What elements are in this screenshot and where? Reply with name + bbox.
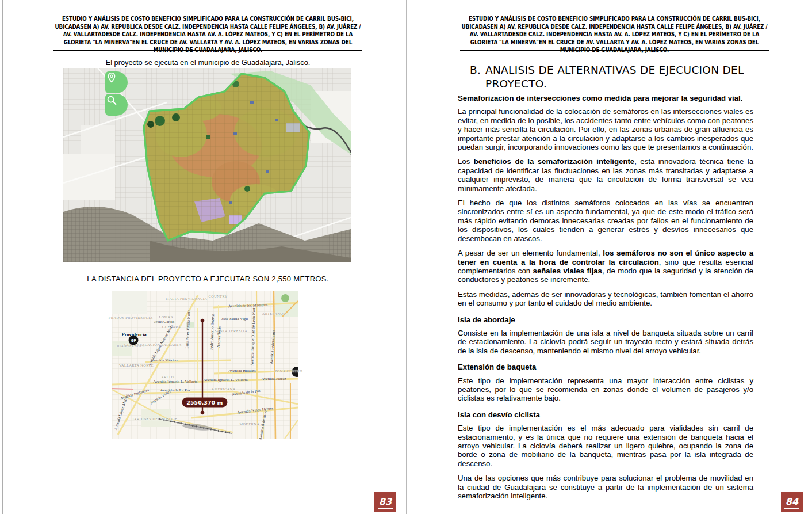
street-label: ARCOS — [161, 375, 174, 379]
paragraph: A pesar de ser un elemento fundamental, … — [458, 249, 753, 284]
street-label: VALLARTA NORTE — [119, 363, 154, 367]
street-label: Avenida de los Maestros — [228, 302, 267, 308]
page-83: ESTUDIO Y ANÁLISIS DE COSTO BENEFICIO SI… — [0, 0, 406, 514]
map1-caption: El proyecto se ejecuta en el municipio d… — [53, 58, 362, 67]
street-label: ZONA CENTRO — [275, 368, 303, 372]
page-number-box: 83 — [374, 492, 396, 512]
paragraph: Estas medidas, además de ser innovadoras… — [458, 290, 753, 308]
map-search-button — [105, 94, 128, 116]
street-label: Agustín Yáñez — [149, 389, 171, 406]
section-heading: Isla de abordaje — [458, 315, 753, 324]
street-label: Avenida López Mateos — [113, 394, 129, 431]
pdf-two-page-spread: { "document": { "header": "ESTUDIO Y ANÁ… — [0, 0, 812, 514]
street-label: Avenida Federalismo — [269, 330, 276, 364]
street-label: Avenida Enrique Díaz de León Nort — [250, 307, 257, 365]
street-label: José María Vigil — [221, 317, 248, 321]
document-header: ESTUDIO Y ANÁLISIS DE COSTO BENEFICIO SI… — [460, 15, 769, 54]
street-label: COUNTRY — [209, 294, 228, 298]
paragraph: Consiste en la implementación de una isl… — [458, 329, 753, 355]
page-number-box: 84 — [781, 492, 803, 512]
street-label: Avenida México — [151, 358, 177, 363]
street-labels-layer: ITALIA PROVIDENCIACOUNTRYAvenida de los … — [112, 291, 298, 439]
street-label: Andrés Terán — [216, 326, 221, 348]
paragraph: Una de las opciones que más contribuye p… — [458, 474, 753, 500]
header-rule — [53, 50, 362, 51]
section-heading: Extensión de baqueta — [458, 363, 753, 371]
section-title-text: ANALISIS DE ALTERNATIVAS DE EJECUCION DE… — [485, 63, 760, 91]
paragraph: Los beneficios de la semaforización inte… — [458, 157, 753, 193]
section-heading: Semaforización de intersecciones como me… — [458, 94, 753, 102]
paragraph: Este tipo de implementación es el más ad… — [458, 424, 753, 468]
street-label: GUEVARA — [162, 324, 181, 328]
page-84: ESTUDIO Y ANÁLISIS DE COSTO BENEFICIO SI… — [407, 0, 812, 514]
street-label: Avenida de La Paz — [160, 388, 191, 393]
location-pin-icon — [105, 71, 118, 84]
street-label: JARDINES DEL BOSQUE — [132, 417, 177, 421]
paragraph: Este tipo de implementación representa u… — [458, 376, 753, 403]
street-label: PRADOS PROVIDENCIA — [109, 315, 153, 319]
street-label: MODERNA — [240, 422, 260, 426]
street-label: LOMAS — [159, 314, 173, 318]
header-rule — [460, 50, 769, 51]
street-label: Avenida López Mateos Norte — [147, 323, 174, 367]
street-label: Pedro Antonio Buzeta — [209, 314, 215, 350]
street-label: Avenida Niños Héroes — [237, 406, 274, 415]
paragraph: La principal funcionalidad de la colocac… — [458, 107, 753, 151]
page-number: 84 — [784, 497, 799, 509]
paragraph: El hecho de que los distintos semáforos … — [458, 199, 753, 243]
street-label: Avenida Inglaterra — [120, 387, 150, 401]
guadalajara-municipality-map — [63, 68, 351, 262]
map-location-pin-button — [105, 71, 128, 93]
gp-map-marker: GP — [129, 336, 139, 345]
document-header: ESTUDIO Y ANÁLISIS DE COSTO BENEFICIO SI… — [53, 15, 362, 54]
body-text-column: Semaforización de intersecciones como me… — [458, 94, 753, 506]
street-label: Avenida Juárez — [262, 376, 286, 381]
section-title: B. ANALISIS DE ALTERNATIVAS DE EJECUCION… — [470, 63, 760, 91]
section-heading: Isla con desvío ciclista — [458, 410, 753, 419]
street-label: ARTESANOS — [262, 311, 286, 315]
street-label: ITALIA PROVIDENCIA — [166, 296, 207, 300]
street-label: Avenida 8 de Julio — [258, 410, 267, 440]
street-label: Avenida Ignacio L. Vallarta — [153, 379, 197, 384]
street-label: Avenida Hidalgo — [228, 368, 256, 373]
street-label: SANTA TERESITA — [215, 329, 247, 333]
page-number: 83 — [378, 497, 393, 509]
distance-measurement-badge: 2550.370 m — [182, 398, 227, 408]
street-map-with-measurement: ITALIA PROVIDENCIACOUNTRYAvenida de los … — [112, 291, 298, 439]
section-letter: B. — [470, 63, 485, 91]
search-icon — [105, 94, 118, 106]
distance-caption: LA DISTANCIA DEL PROYECTO A EJECUTAR SON… — [53, 275, 362, 283]
street-label: Luis Pérez Verdía Norte — [185, 310, 192, 349]
street-label: AMERICANA — [212, 386, 236, 390]
street-label: Avenida de la Paz — [231, 389, 261, 397]
street-label: Jesús García — [154, 319, 174, 324]
street-label: Avenida Ignacio L. Vallarta — [203, 378, 247, 382]
